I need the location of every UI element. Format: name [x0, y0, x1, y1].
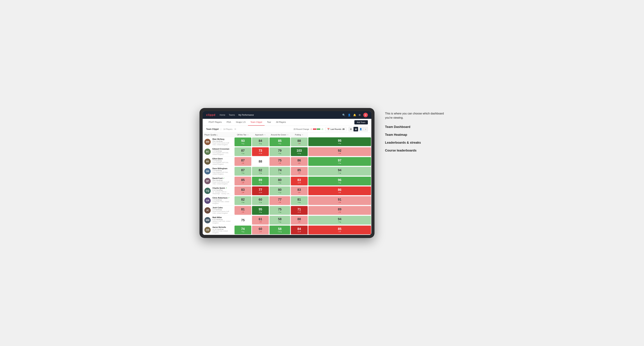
- stat-approach: 85 +8▲: [269, 137, 290, 147]
- tab-team-clippd[interactable]: Team Clippd: [248, 119, 264, 126]
- sub-nav-links: PGAT Players PGA Hcaps 1-5 Team Clippd T…: [206, 119, 288, 126]
- stat-putting: 86 -8▼: [308, 186, 371, 196]
- option-course-leaderboards: Course leaderboards: [385, 149, 444, 152]
- table-row[interactable]: EE Elliot Ebert 1-5 Handicap Sunningdale…: [203, 157, 371, 166]
- tablet-device: clippd Home Teams My Performance 🔍 👤 🔔 ⚙…: [200, 108, 374, 238]
- stat-quality: 87 +1▲: [234, 147, 252, 157]
- stat-quality: 87 +4▲: [234, 166, 252, 176]
- view-heatmap-button[interactable]: ▦: [354, 127, 358, 131]
- stat-green: 85 -3▼: [290, 166, 308, 176]
- add-team-button[interactable]: Add Team: [354, 120, 368, 124]
- stat-putting: 85 -4▼: [308, 225, 371, 235]
- col-header-tee: Off the Tee →: [234, 133, 252, 137]
- stat-tee: 60 +2▲: [252, 196, 269, 205]
- option-team-dashboard: Team Dashboard: [385, 125, 444, 129]
- calendar-icon: 📅: [327, 128, 330, 130]
- option-leaderboards: Leaderboards & streaks: [385, 141, 444, 145]
- table-row[interactable]: DB Dave Billingham 1-5 Handicap Gog Mago…: [203, 166, 371, 176]
- round-change-controls: 20 Round Change -5 +5: [294, 128, 323, 130]
- stat-tee: 89 +7▲: [252, 176, 269, 186]
- stat-green: 81 +4▲: [290, 196, 308, 205]
- user-icon[interactable]: 👤: [348, 114, 351, 116]
- edit-icon[interactable]: ✏: [234, 128, 236, 130]
- nav-teams[interactable]: Teams: [229, 114, 235, 116]
- view-toggle-buttons: ⊞ ▦ 👤 ↓: [348, 127, 368, 131]
- stat-approach: 75 -3▼: [269, 157, 290, 166]
- player-cell: MM Matt Miller 6-10 Handicap Woburn Golf…: [203, 215, 234, 225]
- nav-links: Home Teams My Performance: [220, 114, 254, 116]
- stat-approach: 75 +2▲: [269, 205, 290, 215]
- tab-hcaps[interactable]: Hcaps 1-5: [234, 119, 248, 126]
- last-rounds-label: Last Rounds:: [330, 128, 342, 130]
- heat-bar: [313, 128, 320, 130]
- bell-icon[interactable]: 🔔: [353, 114, 356, 116]
- dashboard-options: Team Dashboard Team Heatmap Leaderboards…: [385, 125, 444, 152]
- tab-all-players[interactable]: All Players: [274, 119, 288, 126]
- table-row[interactable]: DF David Ford ✔ Plus Handicap Royal Nort…: [203, 176, 371, 186]
- stat-quality: 83 -3▼: [234, 186, 252, 196]
- stat-approach: 74 +1▲: [269, 166, 290, 176]
- stat-approach: 58 +4▲: [269, 215, 290, 225]
- round-change-max: +5: [321, 128, 323, 130]
- stat-putting: 95 +9▲: [308, 137, 371, 147]
- team-name: Team Clippd: [206, 128, 218, 130]
- stat-approach: 80 +1▲: [269, 186, 290, 196]
- heat-red: [313, 128, 316, 130]
- round-change-label: 20 Round Change: [294, 128, 309, 130]
- avatar[interactable]: U: [363, 113, 368, 117]
- stat-green: 71 -11▼: [290, 205, 308, 215]
- search-icon[interactable]: 🔍: [342, 114, 345, 116]
- table-row[interactable]: CR Chris Robertson ✔ 1-5 Handicap Craigm…: [203, 196, 371, 205]
- option-team-heatmap: Team Heatmap: [385, 133, 444, 137]
- annotation-intro: This is where you can choose which dashb…: [385, 112, 444, 120]
- stat-tee: 73 -11▼: [252, 147, 269, 157]
- stat-green: 88 -1▼: [290, 137, 308, 147]
- table-row[interactable]: MM Matt Miller 6-10 Handicap Woburn Golf…: [203, 215, 371, 225]
- table-row[interactable]: AN Aaron Nicholls 11-15 Handicap Drift G…: [203, 225, 371, 235]
- sub-navigation: PGAT Players PGA Hcaps 1-5 Team Clippd T…: [203, 119, 371, 126]
- stat-tee: 60 -1▼: [252, 225, 269, 235]
- tab-pgat-players[interactable]: PGAT Players: [206, 119, 224, 126]
- col-header-player: Player Quality ↓: [203, 133, 234, 137]
- table-row[interactable]: BM Blair McHarg Plus Handicap Royal Nort…: [203, 137, 371, 147]
- stat-putting: 94 +3▲: [308, 215, 371, 225]
- stat-putting: 97 +5▲: [308, 157, 371, 166]
- stat-green: 83 -10▼: [290, 176, 308, 186]
- view-download-button[interactable]: ↓: [363, 127, 368, 131]
- tab-tour[interactable]: Tour: [264, 119, 274, 126]
- round-change-min: -5: [310, 128, 312, 130]
- stat-putting: 92 -3▼: [308, 147, 371, 157]
- heat-green: [317, 128, 320, 130]
- stat-putting: 96 +3▲: [308, 176, 371, 186]
- table-row[interactable]: JC Josh Coles 1-5 Handicap Royal North D…: [203, 205, 371, 215]
- stat-putting: 91 -3▼: [308, 196, 371, 205]
- last-rounds-button[interactable]: 📅 Last Rounds: 20: [325, 127, 346, 131]
- table-row[interactable]: CQ Charlie Quick ✔ 6-10 Handicap St. Geo…: [203, 186, 371, 196]
- player-cell: CQ Charlie Quick ✔ 6-10 Handicap St. Geo…: [203, 186, 234, 196]
- stat-putting: 89 -2▼: [308, 205, 371, 215]
- stat-approach: 58 +10▲: [269, 225, 290, 235]
- table-row[interactable]: EC Edward Crossman 1-5 Handicap Sunningd…: [203, 147, 371, 157]
- stat-green: 86 -6▼: [290, 157, 308, 166]
- player-cell: EC Edward Crossman 1-5 Handicap Sunningd…: [203, 147, 234, 157]
- view-person-button[interactable]: 👤: [358, 127, 363, 131]
- col-header-green: Around the Green →: [269, 133, 290, 137]
- stat-quality: 74 +8▲: [234, 225, 252, 235]
- stat-approach: 79 +9▲: [269, 147, 290, 157]
- stat-green: 88 -2▼: [290, 215, 308, 225]
- logo: clippd: [206, 113, 216, 117]
- stat-approach: 77 -3▼: [269, 196, 290, 205]
- stat-quality: 87 -3▼: [234, 157, 252, 166]
- stat-quality: 75: [234, 215, 252, 225]
- view-grid-button[interactable]: ⊞: [348, 127, 353, 131]
- tab-pga[interactable]: PGA: [224, 119, 234, 126]
- nav-home[interactable]: Home: [220, 114, 225, 116]
- settings-icon[interactable]: ⚙: [358, 114, 361, 116]
- player-cell: AN Aaron Nicholls 11-15 Handicap Drift G…: [203, 225, 234, 235]
- nav-my-performance[interactable]: My Performance: [238, 114, 254, 116]
- player-count: 14 Players: [223, 128, 232, 130]
- stat-green: 103 +15▲: [290, 147, 308, 157]
- stat-tee: 77 -14▼: [252, 186, 269, 196]
- top-navigation: clippd Home Teams My Performance 🔍 👤 🔔 ⚙…: [203, 111, 371, 119]
- player-cell: DB Dave Billingham 1-5 Handicap Gog Mago…: [203, 166, 234, 176]
